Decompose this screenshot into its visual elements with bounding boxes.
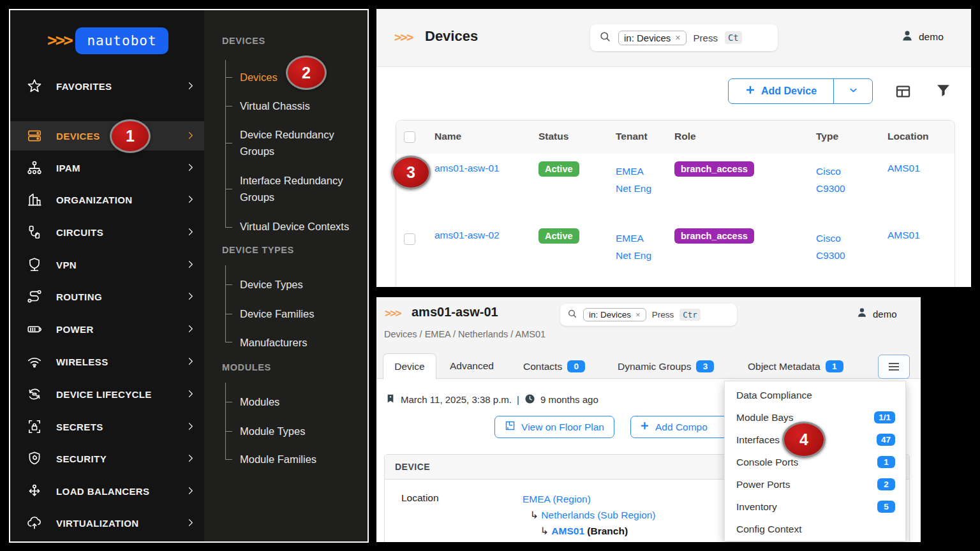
- location-label: Location: [401, 492, 439, 504]
- location-link[interactable]: AMS01: [887, 163, 920, 174]
- sidebar-item-wireless[interactable]: WIRELESS: [10, 347, 204, 376]
- search-hint: Press: [652, 310, 674, 320]
- submenu-item-virtual-chassis[interactable]: Virtual Chassis: [240, 98, 361, 114]
- user-menu[interactable]: demo: [856, 307, 897, 321]
- column-header-status[interactable]: Status: [538, 131, 568, 142]
- user-menu[interactable]: demo: [901, 29, 944, 45]
- user-icon: [901, 29, 914, 45]
- submenu-item-manufacturers[interactable]: Manufacturers: [240, 334, 361, 351]
- tree-dash: [225, 402, 232, 402]
- submenu-item-device-types[interactable]: Device Types: [240, 276, 361, 293]
- nav-panel: >>> nautobot FAVORITES DEVICES IPAM: [9, 9, 369, 543]
- tree-dash: [225, 342, 232, 342]
- global-search[interactable]: in: Devices × Press Ctr: [560, 304, 737, 326]
- breadcrumb[interactable]: Devices / EMEA / Netherlands / AMS01: [384, 329, 546, 339]
- tab-dynamic-groups[interactable]: Dynamic Groups 3: [618, 360, 714, 372]
- count-badge: 2: [877, 478, 895, 490]
- submenu-item-module-types[interactable]: Module Types: [240, 423, 361, 439]
- menu-item-data-compliance[interactable]: Data Compliance: [725, 384, 905, 406]
- tab-device[interactable]: Device: [383, 353, 436, 379]
- role-badge[interactable]: branch_access: [674, 228, 754, 244]
- tab-contacts[interactable]: Contacts 0: [523, 360, 585, 372]
- view-on-floor-plan-button[interactable]: View on Floor Plan: [494, 416, 614, 438]
- plus-icon: [745, 85, 755, 98]
- sitemap-icon: [26, 159, 43, 177]
- tab-overflow-menu-button[interactable]: [878, 355, 910, 379]
- sidebar-item-device-lifecycle[interactable]: DEVICE LIFECYCLE: [10, 379, 204, 409]
- arrow-down-right-icon: ↳: [540, 525, 549, 536]
- global-search[interactable]: in: Devices × Press Ct: [590, 24, 778, 51]
- submenu-item-modules[interactable]: Modules: [240, 393, 361, 410]
- chevron-right-icon: [185, 485, 196, 499]
- device-detail-window: >>> ams01-asw-01 in: Devices × Press Ctr…: [376, 297, 921, 542]
- devices-list-header: >>> Devices in: Devices × Press Ct demo: [376, 9, 971, 67]
- subregion-link[interactable]: Netherlands: [541, 510, 595, 520]
- column-header-location[interactable]: Location: [887, 131, 929, 142]
- chip-close-icon[interactable]: ×: [635, 310, 641, 320]
- sidebar-item-favorites[interactable]: FAVORITES: [10, 71, 204, 101]
- sidebar-item-ipam[interactable]: IPAM: [10, 153, 204, 182]
- add-device-dropdown-button[interactable]: [833, 78, 873, 104]
- role-badge[interactable]: branch_access: [674, 161, 754, 177]
- sidebar-item-organization[interactable]: ORGANIZATION: [10, 185, 204, 214]
- sidebar-item-vpn[interactable]: VPN: [10, 250, 204, 279]
- add-device-button[interactable]: Add Device: [728, 78, 834, 104]
- submenu-section-header: MODULES: [222, 362, 271, 372]
- menu-icon: [889, 363, 899, 364]
- menu-item-config-context[interactable]: Config Context: [725, 518, 905, 540]
- select-all-checkbox[interactable]: [404, 131, 415, 143]
- table-row: ams01-asw-01 Active EMEA Net Eng branch_…: [396, 154, 954, 221]
- search-filter-chip[interactable]: in: Devices ×: [583, 308, 646, 321]
- table-row: ams01-asw-02 Active EMEA Net Eng branch_…: [396, 221, 954, 287]
- screenshot-root: >>> nautobot FAVORITES DEVICES IPAM: [0, 0, 980, 551]
- submenu-item-virtual-device-contexts[interactable]: Virtual Device Contexts: [240, 218, 377, 235]
- sidebar-item-load-balancers[interactable]: LOAD BALANCERS: [10, 476, 204, 506]
- sidebar-item-power[interactable]: POWER: [10, 314, 204, 344]
- filter-button[interactable]: [935, 82, 951, 101]
- sidebar-item-devices[interactable]: DEVICES: [10, 121, 204, 151]
- filter-funnel-icon: [935, 89, 951, 100]
- row-checkbox[interactable]: [404, 233, 415, 245]
- device-type-link[interactable]: Cisco C9300: [816, 230, 853, 264]
- device-name-link[interactable]: ams01-asw-01: [434, 163, 500, 174]
- chevron-right-icon: [185, 162, 196, 175]
- column-header-role[interactable]: Role: [674, 131, 696, 142]
- tree-dash: [225, 189, 232, 189]
- table-config-button[interactable]: [895, 83, 912, 103]
- column-header-name[interactable]: Name: [434, 131, 461, 142]
- menu-item-power-ports[interactable]: Power Ports2: [725, 473, 905, 496]
- separator: |: [517, 394, 519, 405]
- column-header-type[interactable]: Type: [816, 131, 838, 142]
- nautobot-logo[interactable]: nautobot: [75, 27, 168, 54]
- floor-plan-icon: [505, 420, 516, 434]
- sidebar-item-secrets[interactable]: SECRETS: [10, 412, 204, 441]
- route-icon: [26, 288, 43, 305]
- tenant-link[interactable]: EMEA Net Eng: [616, 230, 651, 264]
- tenant-link[interactable]: EMEA Net Eng: [616, 163, 651, 197]
- sidebar-item-routing[interactable]: ROUTING: [10, 282, 204, 311]
- submenu-section-header: DEVICES: [222, 36, 265, 46]
- region-link[interactable]: EMEA: [523, 494, 550, 504]
- branch-link[interactable]: AMS01: [551, 525, 584, 536]
- column-header-tenant[interactable]: Tenant: [616, 131, 648, 142]
- submenu-section-header: DEVICE TYPES: [222, 245, 294, 255]
- plus-icon: [640, 421, 650, 433]
- sidebar-item-security[interactable]: SECURITY: [10, 444, 204, 473]
- nautobot-logo-chevrons: >>>: [47, 31, 71, 50]
- chip-close-icon[interactable]: ×: [675, 33, 680, 43]
- menu-item-inventory[interactable]: Inventory5: [725, 496, 905, 518]
- annotation-step-2: 2: [286, 55, 327, 90]
- search-filter-chip[interactable]: in: Devices ×: [618, 31, 687, 45]
- submenu-item-device-families[interactable]: Device Families: [240, 305, 361, 322]
- device-type-link[interactable]: Cisco C9300: [816, 163, 853, 197]
- device-name-link[interactable]: ams01-asw-02: [434, 230, 500, 241]
- location-link[interactable]: AMS01: [887, 230, 920, 241]
- tab-object-metadata[interactable]: Object Metadata 1: [748, 360, 843, 372]
- sidebar-item-virtualization[interactable]: VIRTUALIZATION: [10, 508, 204, 538]
- sidebar-item-circuits[interactable]: CIRCUITS: [10, 217, 204, 247]
- submenu-item-interface-redundancy-groups[interactable]: Interface Redundancy Groups: [240, 172, 361, 205]
- submenu-item-device-redundancy-groups[interactable]: Device Redundancy Groups: [240, 126, 361, 159]
- chevron-right-icon: [185, 421, 196, 434]
- tab-advanced[interactable]: Advanced: [450, 360, 494, 372]
- submenu-item-module-families[interactable]: Module Families: [240, 451, 361, 467]
